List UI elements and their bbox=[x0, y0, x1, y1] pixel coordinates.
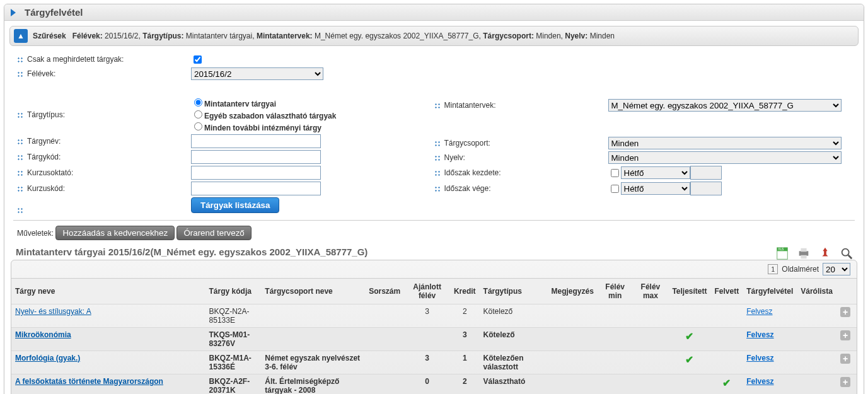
cell-credit: 1 bbox=[450, 351, 480, 374]
cell-group: Ált. Értelmiségképző tárgyak - 2008 bbox=[261, 374, 365, 395]
subject-link[interactable]: A felsőoktatás története Magyarországon bbox=[15, 377, 163, 386]
register-link[interactable]: Felvesz bbox=[746, 354, 773, 362]
period-end-day-select[interactable]: Hétfő bbox=[621, 182, 690, 195]
cell-order bbox=[365, 304, 404, 328]
label-group: Tárgycsoport: bbox=[434, 139, 608, 148]
label-lang: Nyelv: bbox=[434, 153, 608, 162]
cell-code: TKQS-M01-83276V bbox=[205, 328, 262, 351]
period-start-checkbox[interactable] bbox=[611, 169, 619, 177]
collapse-toggle[interactable]: ▲ bbox=[14, 29, 28, 43]
subject-link[interactable]: Morfológia (gyak.) bbox=[15, 354, 80, 362]
check-icon: ✔ bbox=[685, 354, 693, 365]
col-taken[interactable]: Felvett bbox=[711, 279, 743, 304]
cell-min bbox=[598, 328, 633, 351]
list-subjects-button[interactable]: Tárgyak listázása bbox=[191, 197, 279, 213]
subject-name-input[interactable] bbox=[191, 134, 321, 148]
cell-done bbox=[668, 304, 710, 328]
page-header: Tárgyfelvétel bbox=[4, 4, 864, 21]
svg-text:XLS: XLS bbox=[778, 248, 784, 251]
register-link[interactable]: Felvesz bbox=[746, 307, 772, 316]
subject-code-input[interactable] bbox=[191, 150, 321, 164]
row-menu-button[interactable]: + bbox=[840, 307, 850, 317]
radio-all-other[interactable]: Minden további intézményi tárgy bbox=[191, 124, 321, 132]
course-code-input[interactable] bbox=[191, 182, 321, 195]
cell-code: BKQZ-A2F-20371K bbox=[205, 374, 262, 395]
only-announced-checkbox[interactable] bbox=[194, 55, 202, 64]
col-type[interactable]: Tárgytípus bbox=[480, 279, 548, 304]
col-order[interactable]: Sorszám bbox=[365, 279, 404, 304]
col-name[interactable]: Tárgy neve bbox=[11, 279, 205, 304]
cell-min bbox=[598, 374, 633, 395]
cell-credit: 2 bbox=[450, 304, 480, 328]
page-number[interactable]: 1 bbox=[768, 264, 778, 274]
curricula-select[interactable]: M_Német egy. egyszakos 2002_YIIXA_58777_… bbox=[608, 99, 842, 112]
subject-link[interactable]: Mikroökonómia bbox=[15, 330, 71, 339]
svg-rect-3 bbox=[799, 251, 809, 255]
cell-type: Kötelezően választott bbox=[480, 351, 548, 374]
pagesize-label: Oldalméret bbox=[782, 265, 819, 274]
col-max[interactable]: Félév max bbox=[632, 279, 668, 304]
cell-max bbox=[632, 351, 668, 374]
filter-summary-bar: ▲ Szűrések Félévek: 2015/16/2, Tárgytípu… bbox=[9, 26, 859, 46]
add-favorites-button[interactable]: Hozzáadás a kedvencekhez bbox=[55, 226, 175, 240]
cell-rec: 0 bbox=[404, 374, 450, 395]
cell-taken bbox=[711, 304, 743, 328]
timetable-planner-button[interactable]: Órarend tervező bbox=[176, 226, 251, 240]
col-credit[interactable]: Kredit bbox=[450, 279, 480, 304]
label-course-code: Kurzuskód: bbox=[17, 184, 191, 193]
row-menu-button[interactable]: + bbox=[840, 330, 850, 340]
cell-type: Kötelező bbox=[480, 304, 548, 328]
subject-link[interactable]: Nyelv- és stílusgyak: A bbox=[15, 307, 91, 316]
col-wait[interactable]: Várólista bbox=[797, 279, 836, 304]
register-link[interactable]: Felvesz bbox=[746, 377, 773, 386]
label-subject-name: Tárgynév: bbox=[17, 137, 191, 146]
radio-curriculum-subjects[interactable]: Mintatanterv tárgyai bbox=[191, 100, 276, 108]
filters-summary: Félévek: 2015/16/2, Tárgytípus: Mintatan… bbox=[72, 32, 615, 40]
col-group[interactable]: Tárgycsoport neve bbox=[261, 279, 365, 304]
col-reg[interactable]: Tárgyfelvétel bbox=[743, 279, 797, 304]
list-title: Mintatanterv tárgyai 2015/16/2(M_Német e… bbox=[16, 246, 852, 257]
pagesize-select[interactable]: 20 bbox=[823, 263, 850, 275]
period-start-day-select[interactable]: Hétfő bbox=[621, 166, 690, 179]
teacher-input[interactable] bbox=[191, 166, 321, 180]
radio-other-elective[interactable]: Egyéb szabadon választható tárgyak bbox=[191, 112, 336, 120]
cell-wait bbox=[797, 351, 836, 374]
filters-form: Csak a meghirdetett tárgyak: Félévek: 20… bbox=[17, 51, 851, 215]
svg-rect-5 bbox=[801, 255, 806, 259]
check-icon: ✔ bbox=[722, 378, 731, 388]
export-xls-icon[interactable]: XLS bbox=[775, 246, 789, 260]
cell-order bbox=[365, 328, 404, 351]
cell-taken: ✔ bbox=[711, 374, 743, 395]
row-menu-button[interactable]: + bbox=[840, 354, 850, 364]
col-min[interactable]: Félév min bbox=[598, 279, 633, 304]
cell-code: BKQZ-M1A-15336É bbox=[205, 351, 262, 374]
cell-note bbox=[548, 374, 598, 395]
col-done[interactable]: Teljesített bbox=[668, 279, 710, 304]
list-tools: XLS bbox=[775, 246, 854, 260]
cell-done: ✔ bbox=[668, 351, 710, 374]
cell-wait bbox=[797, 374, 836, 395]
cell-type: Kötelező bbox=[480, 328, 548, 351]
lang-select[interactable]: Minden bbox=[608, 151, 842, 164]
pin-icon[interactable] bbox=[818, 246, 832, 260]
results-table: Tárgy neve Tárgy kódja Tárgycsoport neve… bbox=[11, 278, 857, 394]
cell-order bbox=[365, 351, 404, 374]
row-menu-button[interactable]: + bbox=[840, 377, 850, 387]
cell-group: Német egyszak nyelvészet 3-6. félév bbox=[261, 351, 365, 374]
semesters-select[interactable]: 2015/16/2 bbox=[191, 67, 323, 80]
filters-label: Szűrések bbox=[33, 32, 66, 40]
search-icon[interactable] bbox=[840, 246, 854, 260]
register-link[interactable]: Felvesz bbox=[746, 330, 773, 339]
cell-wait bbox=[797, 328, 836, 351]
print-icon[interactable] bbox=[797, 246, 811, 260]
period-end-checkbox[interactable] bbox=[611, 185, 619, 193]
col-rec[interactable]: Ajánlott félév bbox=[404, 279, 450, 304]
col-code[interactable]: Tárgy kódja bbox=[205, 279, 262, 304]
cell-wait bbox=[797, 304, 836, 328]
group-select[interactable]: Minden bbox=[608, 137, 842, 149]
cell-credit: 3 bbox=[450, 328, 480, 351]
col-note[interactable]: Megjegyzés bbox=[548, 279, 598, 304]
operations-label: Műveletek: bbox=[17, 229, 54, 238]
cell-credit: 2 bbox=[450, 374, 480, 395]
svg-point-6 bbox=[842, 249, 849, 256]
